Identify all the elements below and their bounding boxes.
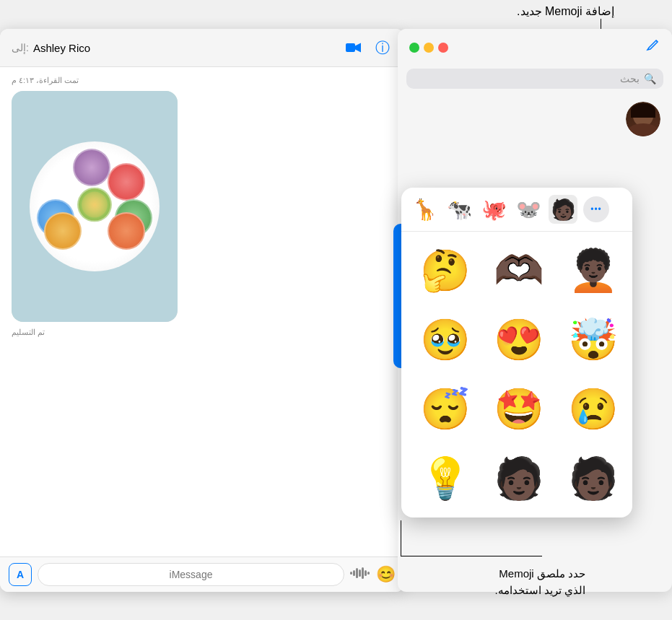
svg-rect-6: [365, 570, 367, 576]
memoji-tab-mouse[interactable]: 🐭: [514, 195, 543, 224]
delivered-status: تم التسليم: [12, 328, 45, 337]
minimize-button[interactable]: [424, 43, 434, 53]
memoji-panel: ••• 🧑🏿 🐭 🐙 🐄 🦒 🧑🏿‍🦱 🫶🏿 🤔 🤯 😍 🥹 😢 🤩 😴 🧑🏿 …: [401, 188, 632, 518]
svg-rect-4: [359, 569, 361, 577]
memoji-tabs: ••• 🧑🏿 🐭 🐙 🐄 🦒: [401, 188, 632, 232]
svg-rect-3: [356, 568, 358, 578]
memoji-tab-person[interactable]: 🧑🏿: [549, 195, 577, 224]
macaron-6: [108, 212, 145, 250]
memoji-sticker-wave[interactable]: 🧑🏿‍🦱: [560, 237, 627, 304]
memoji-tab-octopus[interactable]: 🐙: [479, 195, 508, 224]
svg-rect-2: [353, 570, 355, 576]
memoji-sticker-exploding[interactable]: 🤯: [560, 307, 627, 373]
message-input-bar: 😊 A: [0, 556, 404, 592]
callout-bottom-line1: حدد ملصق Memoji: [494, 566, 585, 582]
header-title: Ashley Rico :إلى: [12, 42, 90, 54]
memoji-sticker-bubble[interactable]: 🧑🏿: [486, 445, 552, 512]
memoji-sticker-cry-laugh[interactable]: 🥹: [412, 307, 479, 373]
close-button[interactable]: [438, 43, 448, 53]
svg-rect-0: [346, 43, 355, 52]
to-label: :إلى: [12, 42, 29, 53]
memoji-sticker-thinking[interactable]: 🤔: [412, 237, 479, 304]
emoji-button[interactable]: 😊: [376, 565, 396, 584]
macaron-5: [44, 212, 82, 250]
sidebar-header: [398, 29, 672, 66]
app-store-button[interactable]: A: [9, 563, 32, 586]
macaron-1: [73, 149, 110, 186]
memoji-sticker-star-eyes[interactable]: 🤩: [486, 376, 552, 442]
info-icon[interactable]: ⓘ: [372, 38, 393, 58]
memoji-sticker-heart-hands[interactable]: 🫶🏿: [486, 237, 552, 304]
memoji-sticker-idea[interactable]: 💡: [412, 445, 479, 512]
callout-line-bottom-v: [401, 520, 401, 556]
memoji-more-button[interactable]: •••: [583, 196, 609, 222]
video-call-icon[interactable]: [344, 38, 364, 58]
read-status: تمت القراءة، ٤:١٣ م: [12, 76, 79, 85]
traffic-lights: [409, 43, 448, 53]
memoji-sticker-heart-eyes[interactable]: 😍: [486, 307, 552, 373]
message-bubble-container: تم التسليم: [12, 91, 393, 337]
messages-content: تمت القراءة، ٤:١٣ م تم التسليم: [0, 67, 404, 556]
memoji-sticker-cap[interactable]: 🧑🏿: [560, 445, 627, 512]
app-store-label: A: [17, 569, 24, 580]
audio-waveform-icon[interactable]: [350, 567, 370, 583]
memoji-sticker-crying[interactable]: 😢: [560, 376, 627, 442]
callout-top-text: إضافة Memoji جديد.: [517, 4, 614, 18]
plate: [30, 141, 160, 271]
message-input-field[interactable]: [38, 563, 344, 586]
svg-rect-7: [367, 572, 370, 575]
memoji-grid: 🧑🏿‍🦱 🫶🏿 🤔 🤯 😍 🥹 😢 🤩 😴 🧑🏿 🧑🏿 💡: [401, 232, 632, 518]
macaron-center: [77, 188, 112, 222]
contact-item-ashley[interactable]: [398, 95, 672, 144]
search-bar[interactable]: 🔍 بحث: [406, 69, 663, 89]
memoji-tab-giraffe[interactable]: 🦒: [410, 195, 439, 224]
macarons-image: [12, 91, 178, 322]
svg-rect-1: [350, 572, 352, 575]
header-icons: ⓘ: [344, 38, 393, 58]
memoji-tab-cow[interactable]: 🐄: [445, 195, 474, 224]
callout-bottom-text: حدد ملصق Memoji الذي تريد استخدامه.: [494, 566, 585, 598]
callout-line-bottom-h: [401, 556, 542, 556]
messages-header: ⓘ Ashley Rico :إلى: [0, 29, 404, 67]
contact-avatar-ashley: [626, 102, 660, 136]
svg-rect-5: [362, 567, 364, 579]
more-dots: •••: [590, 204, 602, 214]
messages-window: ⓘ Ashley Rico :إلى تمت القراءة، ٤:١٣ م: [0, 29, 404, 592]
contact-name: Ashley Rico: [33, 42, 90, 54]
message-image: [12, 91, 178, 322]
maximize-button[interactable]: [409, 43, 419, 53]
search-icon: 🔍: [644, 73, 656, 84]
macaron-2: [108, 163, 145, 201]
callout-bottom-line2: الذي تريد استخدامه.: [494, 582, 585, 599]
compose-icon[interactable]: [645, 38, 660, 57]
search-placeholder: بحث: [620, 73, 640, 84]
memoji-sticker-sleeping[interactable]: 😴: [412, 376, 479, 442]
